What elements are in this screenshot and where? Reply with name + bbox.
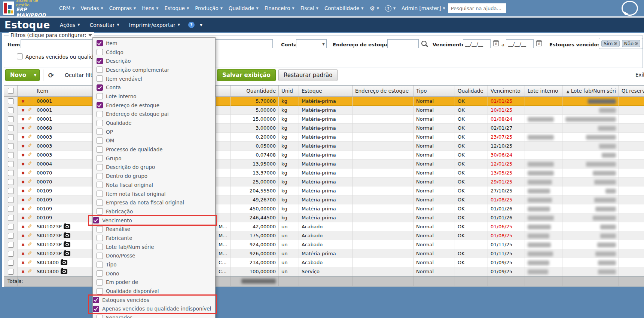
column-header-quantidade[interactable]: Quantidade [231, 86, 279, 97]
column-header-cb[interactable] [4, 86, 18, 97]
delete-icon[interactable]: ✖ [21, 260, 25, 265]
row-checkbox[interactable] [8, 179, 14, 185]
column-menu-item-codigo[interactable]: Código [93, 48, 215, 57]
delete-icon[interactable]: ✖ [21, 153, 25, 158]
column-header-unid[interactable]: Unid [279, 86, 299, 97]
delete-icon[interactable]: ✖ [21, 135, 25, 140]
edit-icon[interactable]: ✎ [27, 260, 32, 265]
app-logo[interactable]: Sistema de gestão ERP MAXIPROD [3, 0, 52, 18]
edit-icon[interactable]: ✎ [27, 170, 32, 175]
nav-menu-estoque[interactable]: Estoque▼ [161, 4, 192, 13]
delete-icon[interactable]: ✖ [21, 225, 25, 229]
salvar-exibicao-button[interactable]: Salvar exibição [217, 69, 276, 81]
row-checkbox[interactable] [8, 215, 14, 221]
edit-icon[interactable]: ✎ [27, 152, 32, 157]
camera-icon[interactable] [61, 269, 67, 274]
column-menu-item-vencimento[interactable]: Vencimento [93, 216, 215, 225]
column-header-qt_reserv[interactable]: Qt reserv [619, 86, 644, 97]
nav-menu-crm[interactable]: CRM▼ [56, 4, 78, 13]
column-menu-item-endereco-de-estoque[interactable]: Endereço de estoque [93, 101, 215, 110]
checkbox[interactable] [97, 120, 103, 126]
delete-icon[interactable]: ✖ [21, 269, 25, 274]
row-checkbox[interactable] [8, 116, 14, 122]
row-checkbox[interactable] [8, 125, 14, 131]
chevron-down-icon[interactable]: ▼ [31, 70, 39, 81]
nav-menu-vendas[interactable]: Vendas▼ [78, 4, 106, 13]
column-menu-item-empresa-da-nota-fiscal-original[interactable]: Empresa da nota fiscal original [93, 198, 215, 207]
nav-menu-producao[interactable]: Produção▼ [192, 4, 226, 13]
column-menu-item-em-poder-de[interactable]: Em poder de [93, 278, 215, 287]
column-menu-item-reanalise[interactable]: Reanálise [93, 225, 215, 234]
checkbox[interactable] [97, 235, 103, 241]
column-menu-item-nota-fiscal-original[interactable]: Nota fiscal original [93, 180, 215, 189]
checkbox[interactable] [97, 315, 103, 318]
page-help-icon[interactable]: ? [188, 22, 195, 28]
checkbox[interactable] [97, 182, 103, 188]
column-menu-item-descricao-complementar[interactable]: Descrição complementar [93, 65, 215, 74]
delete-icon[interactable]: ✖ [21, 234, 25, 238]
row-checkbox[interactable] [8, 260, 14, 266]
nav-menu-compras[interactable]: Compras▼ [106, 4, 139, 13]
edit-icon[interactable]: ✎ [27, 117, 32, 121]
row-checkbox[interactable] [8, 143, 14, 149]
edit-icon[interactable]: ✎ [27, 242, 32, 247]
refresh-icon[interactable]: ⟳ [47, 71, 55, 79]
edit-icon[interactable]: ✎ [27, 143, 32, 148]
edit-icon[interactable]: ✎ [27, 206, 32, 211]
checkbox[interactable] [97, 75, 103, 82]
column-menu-item-dentro-do-grupo[interactable]: Dentro do grupo [93, 172, 215, 180]
delete-icon[interactable]: ✖ [21, 99, 25, 104]
edit-icon[interactable]: ✎ [27, 179, 32, 184]
nav-menu-contabilidade[interactable]: Contabilidade▼ [321, 4, 367, 13]
column-menu-item-processo-de-qualidade[interactable]: Processo de qualidade [93, 145, 215, 154]
checkbox[interactable] [97, 67, 103, 73]
column-header-estoque[interactable]: Estoque [299, 86, 352, 97]
checkbox[interactable] [97, 262, 103, 268]
column-menu-item-tipo[interactable]: Tipo [93, 260, 215, 269]
camera-icon[interactable] [64, 224, 70, 229]
column-menu-item-grupo[interactable]: Grupo [93, 154, 215, 163]
chip-sim[interactable]: Sim⊗ [601, 40, 620, 47]
column-menu-item-lote-fab-num-serie[interactable]: Lote fab/Num série [93, 243, 215, 251]
column-menu-item-item-nota-fiscal-original[interactable]: Item nota fiscal original [93, 189, 215, 198]
camera-icon[interactable] [61, 260, 67, 265]
row-checkbox[interactable] [8, 197, 14, 203]
checkbox[interactable] [97, 102, 103, 108]
delete-icon[interactable]: ✖ [21, 144, 25, 149]
checkbox[interactable] [97, 49, 103, 55]
checkbox[interactable] [97, 208, 103, 214]
user-menu[interactable]: Admin [master] ▼ [399, 4, 448, 13]
delete-icon[interactable]: ✖ [21, 189, 25, 194]
camera-icon[interactable] [64, 242, 70, 247]
checkbox[interactable] [93, 297, 99, 303]
column-menu-item-descricao-do-grupo[interactable]: Descrição do grupo [93, 163, 215, 172]
checkbox[interactable] [97, 155, 103, 161]
delete-icon[interactable]: ✖ [21, 180, 25, 185]
column-header-lote_fab[interactable]: ▲ Lote fab/Num séri [562, 86, 619, 97]
page-menu-imprimir-exportar[interactable]: Imprimir/exportar▼ [129, 22, 180, 28]
search-icon[interactable] [421, 41, 427, 46]
row-checkbox[interactable] [8, 107, 14, 113]
row-checkbox[interactable] [8, 242, 14, 248]
camera-icon[interactable] [64, 233, 70, 238]
edit-icon[interactable]: ✎ [27, 99, 32, 104]
row-checkbox[interactable] [8, 161, 14, 167]
vencimento-to-input[interactable] [506, 39, 534, 48]
camera-icon[interactable] [64, 251, 70, 256]
column-menu-item-dono-posse[interactable]: Dono/Posse [93, 251, 215, 260]
column-menu-item-apenas-vencidos-ou-qualidade-indisponivel[interactable]: Apenas vencidos ou qualidade indisponíve… [93, 305, 215, 314]
edit-icon[interactable]: ✎ [27, 197, 32, 202]
apenas-vencidos-checkbox[interactable] [17, 53, 23, 59]
column-menu-item-lote-interno[interactable]: Lote interno [93, 92, 215, 101]
row-checkbox[interactable] [8, 206, 14, 212]
column-header-vencimento[interactable]: Vencimento [488, 86, 525, 97]
edit-icon[interactable]: ✎ [27, 108, 32, 112]
delete-icon[interactable]: ✖ [21, 171, 25, 176]
checkbox[interactable] [97, 288, 103, 294]
column-menu-item-estoques-vencidos[interactable]: Estoques vencidos [93, 296, 215, 305]
row-checkbox[interactable] [8, 233, 14, 239]
column-header-endereco[interactable]: Endereço de estoque [352, 86, 413, 97]
edit-icon[interactable]: ✎ [27, 269, 32, 274]
page-menu-acoes[interactable]: Ações▼ [60, 22, 80, 28]
settings-menu[interactable]: ⚙ ▼ [366, 3, 382, 13]
